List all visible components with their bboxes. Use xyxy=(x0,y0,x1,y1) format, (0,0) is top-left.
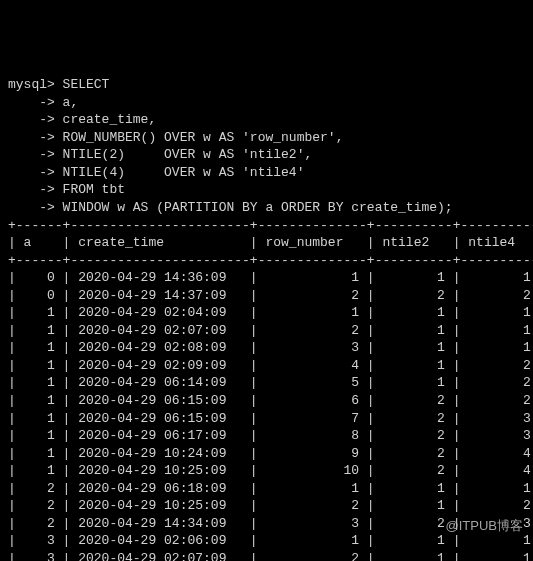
terminal-output: mysql> SELECT -> a, -> create_time, -> R… xyxy=(8,76,525,561)
watermark: @ITPUB博客 xyxy=(446,517,523,535)
